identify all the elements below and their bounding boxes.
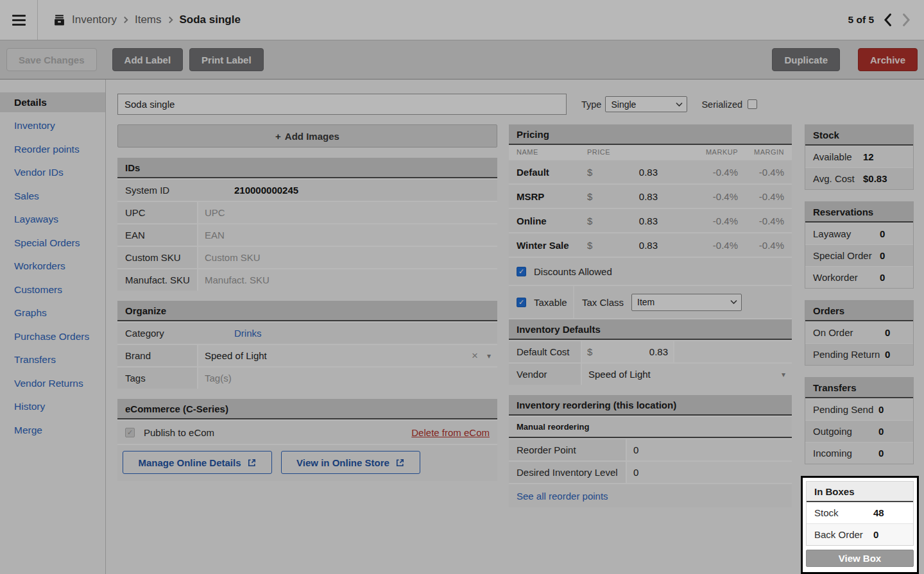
previous-item-button[interactable]: [883, 13, 893, 27]
sidebar-item-history[interactable]: History: [0, 397, 105, 417]
default-cost-label: Default Cost: [509, 341, 581, 362]
item-name-input[interactable]: [117, 94, 567, 115]
view-box-button[interactable]: View Box: [806, 550, 914, 567]
reorder-point-input[interactable]: [633, 444, 785, 455]
in-boxes-card: In Boxes Stock 48 Back Order 0: [806, 481, 914, 546]
view-in-online-store-button[interactable]: View in Online Store: [281, 451, 420, 474]
clear-brand-icon[interactable]: ×: [472, 350, 478, 361]
check-icon: ✓: [518, 268, 524, 275]
vendor-row: Vendor ▾: [509, 364, 792, 385]
tags-input[interactable]: [205, 373, 491, 384]
default-price-value[interactable]: 0.83: [596, 167, 658, 178]
sidebar-item-sales[interactable]: Sales: [0, 186, 105, 206]
margin-column-header: MARGIN: [738, 148, 784, 156]
sidebar-item-inventory[interactable]: Inventory: [0, 116, 105, 136]
see-all-reorder-points-row: See all reorder points: [509, 484, 792, 507]
tax-class-select[interactable]: Item: [631, 294, 742, 311]
pricing-column: Pricing NAME PRICE MARKUP MARGIN Default…: [509, 124, 792, 518]
vendor-input[interactable]: [588, 369, 773, 380]
on-order-value: 0: [885, 327, 890, 338]
outgoing-value: 0: [878, 426, 884, 437]
pending-send-value: 0: [878, 404, 884, 415]
brand-row: Brand × ▾: [117, 345, 497, 366]
menu-icon[interactable]: [0, 0, 37, 40]
reorder-point-row: Reorder Point: [509, 439, 792, 460]
brand-dropdown-icon[interactable]: ▾: [487, 351, 491, 360]
reservations-card-title: Reservations: [805, 202, 913, 223]
category-link[interactable]: Drinks: [234, 328, 262, 339]
tags-label: Tags: [117, 367, 197, 389]
back-order-row: Back Order 0: [807, 524, 913, 545]
ecommerce-buttons-row: Manage Online Details View in Online Sto…: [117, 445, 497, 481]
sidebar-item-vendor-returns[interactable]: Vendor Returns: [0, 373, 105, 393]
sidebar-item-layaways[interactable]: Layaways: [0, 210, 105, 230]
upc-input[interactable]: [205, 207, 491, 218]
next-item-button[interactable]: [902, 13, 911, 27]
breadcrumb-inventory[interactable]: Inventory: [72, 13, 117, 26]
custom-sku-input[interactable]: [205, 252, 491, 263]
tax-row: ✓ Taxable Tax Class Item: [509, 286, 792, 318]
layaway-value: 0: [880, 228, 885, 239]
desired-inventory-level-row: Desired Inventory Level: [509, 462, 792, 483]
sidebar-item-transfers[interactable]: Transfers: [0, 350, 105, 370]
msrp-price-value[interactable]: 0.83: [596, 191, 658, 202]
workorder-row: Workorder 0: [805, 267, 913, 288]
currency-symbol: $: [587, 240, 596, 251]
serialized-checkbox[interactable]: [748, 99, 757, 109]
add-label-button[interactable]: Add Label: [112, 48, 184, 71]
manage-online-details-button[interactable]: Manage Online Details: [123, 451, 272, 474]
special-order-row: Special Order 0: [805, 245, 913, 266]
content-area: Details Inventory Reorder points Vendor …: [0, 80, 924, 574]
sidebar-item-details[interactable]: Details: [0, 92, 105, 112]
serialized-label: Serialized: [701, 99, 742, 110]
taxable-label: Taxable: [534, 297, 567, 308]
sidebar-item-merge[interactable]: Merge: [0, 420, 105, 440]
system-id-label: System ID: [117, 180, 197, 201]
sidebar-item-purchase-orders[interactable]: Purchase Orders: [0, 326, 105, 346]
save-changes-button[interactable]: Save Changes: [6, 48, 97, 71]
pending-send-row: Pending Send 0: [805, 399, 913, 420]
type-select[interactable]: Single: [605, 96, 687, 112]
available-row: Available 12: [805, 146, 913, 167]
price-row-online: Online $ 0.83 -0.4% -0.4%: [509, 209, 792, 232]
brand-input[interactable]: [205, 350, 472, 361]
sidebar-item-special-orders[interactable]: Special Orders: [0, 233, 105, 253]
special-order-value: 0: [880, 250, 885, 261]
discounts-allowed-checkbox[interactable]: ✓: [517, 267, 526, 276]
sidebar-item-workorders[interactable]: Workorders: [0, 257, 105, 276]
top-bar: Inventory Items Soda single 5 of 5: [0, 0, 924, 40]
pager-count: 5 of 5: [848, 14, 874, 26]
print-label-button[interactable]: Print Label: [189, 48, 264, 71]
discounts-allowed-label: Discounts Allowed: [534, 266, 612, 277]
publish-ecom-checkbox[interactable]: ✓: [125, 428, 135, 437]
markup-column-header: MARKUP: [693, 148, 738, 156]
winter-sale-price-value[interactable]: 0.83: [596, 240, 658, 251]
taxable-checkbox[interactable]: ✓: [517, 298, 526, 307]
duplicate-button[interactable]: Duplicate: [772, 48, 840, 71]
external-link-icon: [247, 458, 257, 468]
ean-input[interactable]: [205, 230, 491, 241]
check-icon: ✓: [518, 299, 524, 306]
archive-button[interactable]: Archive: [858, 48, 918, 71]
add-images-button[interactable]: + Add Images: [117, 124, 497, 148]
sidebar-item-graphs[interactable]: Graphs: [0, 303, 105, 323]
vendor-dropdown-icon[interactable]: ▾: [782, 370, 785, 379]
price-row-msrp: MSRP $ 0.83 -0.4% -0.4%: [509, 185, 792, 208]
manufact-sku-input[interactable]: [205, 274, 491, 285]
breadcrumb: Inventory Items Soda single: [53, 13, 241, 26]
discounts-row: ✓ Discounts Allowed: [509, 258, 792, 285]
desired-inventory-level-input[interactable]: [633, 467, 785, 478]
currency-symbol: $: [587, 346, 592, 357]
transfers-card: Transfers Pending Send 0 Outgoing 0 Inco…: [805, 377, 914, 464]
see-all-reorder-points-link[interactable]: See all reorder points: [517, 491, 608, 502]
default-cost-input[interactable]: [592, 346, 668, 357]
available-value: 12: [863, 151, 874, 162]
breadcrumb-items[interactable]: Items: [135, 13, 162, 26]
sidebar-item-vendor-ids[interactable]: Vendor IDs: [0, 163, 105, 183]
sidebar-item-customers[interactable]: Customers: [0, 280, 105, 300]
sidebar-item-reorder-points[interactable]: Reorder points: [0, 139, 105, 159]
delete-from-ecom-link[interactable]: Delete from eCom: [411, 427, 490, 438]
online-price-value[interactable]: 0.83: [596, 215, 658, 226]
name-column-header: NAME: [517, 148, 587, 156]
main-panel: Type Single Serialized + A: [106, 80, 924, 574]
